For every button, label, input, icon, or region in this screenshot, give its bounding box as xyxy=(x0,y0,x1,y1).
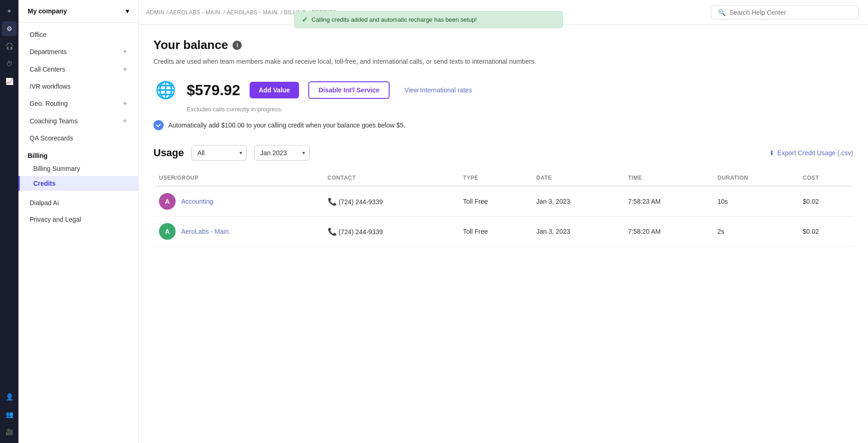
sidebar-item-label: QA Scorecards xyxy=(30,134,73,142)
home-icon[interactable]: ✦ xyxy=(2,4,17,18)
col-user-group: USER/GROUP xyxy=(153,170,322,186)
auto-recharge-text: Automatically add $100.00 to your callin… xyxy=(168,121,405,129)
call-icon: 📞 xyxy=(328,198,337,206)
plus-icon: + xyxy=(123,117,127,125)
sidebar-item-call-centers[interactable]: Call Centers + xyxy=(20,61,136,78)
sidebar-item-label: IVR workflows xyxy=(30,83,71,90)
user-link[interactable]: AeroLabs - Main. xyxy=(181,228,231,235)
check-icon: ✔ xyxy=(302,15,308,24)
month-select-wrapper: Jan 2023 Feb 2023 Dec 2022 Nov 2022 xyxy=(254,145,310,161)
analytics-icon[interactable]: 📈 xyxy=(2,74,17,89)
sidebar-item-label: Dialpad Ai xyxy=(30,199,59,206)
user-avatar: A xyxy=(159,223,176,240)
plus-icon: + xyxy=(123,48,127,56)
col-contact: CONTACT xyxy=(322,170,458,186)
col-cost: COST xyxy=(797,170,853,186)
cell-time: 7:58:20 AM xyxy=(623,217,712,247)
col-date: DATE xyxy=(531,170,622,186)
search-icon: 🔍 xyxy=(718,9,726,16)
plus-icon: + xyxy=(123,65,127,73)
description: Credits are used when team members make … xyxy=(153,58,853,65)
chevron-down-icon: ▾ xyxy=(126,7,129,15)
usage-title: Usage xyxy=(153,147,184,159)
cell-user: A AeroLabs - Main. xyxy=(153,217,322,247)
auto-recharge-check-icon xyxy=(153,120,164,130)
cell-cost: $0.02 xyxy=(797,217,853,247)
usage-title-row: Usage All Outbound Inbound Jan 2023 Feb … xyxy=(153,145,310,161)
notification-text: Calling credits added and automatic rech… xyxy=(312,16,477,23)
sidebar-item-label: Call Centers xyxy=(30,66,65,73)
plus-icon: + xyxy=(123,99,127,108)
usage-header: Usage All Outbound Inbound Jan 2023 Feb … xyxy=(153,145,853,161)
balance-row: 🌐 $579.92 Add Value Disable Int'l Servic… xyxy=(153,78,853,102)
page-title: Your balance xyxy=(153,38,228,52)
table-body: A Accounting 📞 (724) 244-9339 Toll Free … xyxy=(153,186,853,247)
sidebar-item-geo-routing[interactable]: Geo. Routing + xyxy=(20,95,136,112)
info-icon[interactable]: i xyxy=(232,41,242,50)
company-selector[interactable]: My company ▾ xyxy=(24,5,133,18)
add-value-button[interactable]: Add Value xyxy=(250,82,300,98)
cell-contact: 📞 (724) 244-9339 xyxy=(322,217,458,247)
main-area: ADMIN / AEROLABS - MAIN. / AEROLABS - MA… xyxy=(139,0,868,443)
sidebar-item-label: Coaching Teams xyxy=(30,117,78,125)
search-bar[interactable]: 🔍 xyxy=(711,6,859,19)
sidebar-item-dialpad-ai[interactable]: Dialpad Ai xyxy=(20,194,136,211)
cell-duration: 10s xyxy=(712,186,797,217)
sidebar-item-departments[interactable]: Departments + xyxy=(20,43,136,61)
sidebar-item-privacy-legal[interactable]: Privacy and Legal xyxy=(20,211,136,228)
sidebar-item-coaching-teams[interactable]: Coaching Teams + xyxy=(20,112,136,130)
user-icon[interactable]: 👤 xyxy=(2,389,17,404)
search-input[interactable] xyxy=(729,9,852,16)
sidebar: My company ▾ Office Departments + Call C… xyxy=(18,0,139,443)
call-icon: 📞 xyxy=(328,228,337,236)
table-row: A AeroLabs - Main. 📞 (724) 244-9339 Toll… xyxy=(153,217,853,247)
user-link[interactable]: Accounting xyxy=(181,198,213,205)
sidebar-item-credits[interactable]: Credits xyxy=(18,176,138,191)
export-link-label: Export Credit Usage (.csv) xyxy=(777,149,853,157)
sidebar-nav: Office Departments + Call Centers + IVR … xyxy=(18,23,138,443)
video-icon[interactable]: 🎥 xyxy=(2,425,17,439)
settings-icon[interactable]: ⚙ xyxy=(2,21,17,36)
sidebar-header: My company ▾ xyxy=(18,0,138,23)
sidebar-item-label: Credits xyxy=(33,180,55,187)
content-area: Your balance i Credits are used when tea… xyxy=(139,25,868,443)
clock-icon[interactable]: ⏱ xyxy=(2,56,17,71)
notification-banner: ✔ Calling credits added and automatic re… xyxy=(294,11,563,28)
download-icon: ⬇ xyxy=(769,149,775,157)
auto-recharge-row: Automatically add $100.00 to your callin… xyxy=(153,120,853,130)
icon-rail: ✦ ⚙ 🎧 ⏱ 📈 👤 👥 🎥 xyxy=(0,0,18,443)
cell-cost: $0.02 xyxy=(797,186,853,217)
cell-duration: 2s xyxy=(712,217,797,247)
view-international-rates-link[interactable]: View International rates xyxy=(404,86,472,94)
filter-select-wrapper: All Outbound Inbound xyxy=(191,145,247,161)
page-title-row: Your balance i xyxy=(153,38,853,52)
sidebar-item-label: Billing Summary xyxy=(33,165,80,172)
user-avatar: A xyxy=(159,193,176,210)
sidebar-item-ivr-workflows[interactable]: IVR workflows xyxy=(20,78,136,95)
excludes-text: Excludes calls currently in progress. xyxy=(187,106,853,113)
sidebar-item-billing-summary[interactable]: Billing Summary xyxy=(18,161,138,176)
col-duration: DURATION xyxy=(712,170,797,186)
team-icon[interactable]: 👥 xyxy=(2,407,17,422)
disable-intl-service-button[interactable]: Disable Int'l Service xyxy=(308,81,390,99)
usage-month-select[interactable]: Jan 2023 Feb 2023 Dec 2022 Nov 2022 xyxy=(254,145,310,161)
cell-user: A Accounting xyxy=(153,186,322,217)
cell-type: Toll Free xyxy=(458,217,531,247)
cell-contact: 📞 (724) 244-9339 xyxy=(322,186,458,217)
sidebar-item-label: Geo. Routing xyxy=(30,100,68,107)
cell-date: Jan 3, 2023 xyxy=(531,217,622,247)
sidebar-item-label: Departments xyxy=(30,48,67,55)
usage-filter-select[interactable]: All Outbound Inbound xyxy=(191,145,247,161)
export-credit-usage-link[interactable]: ⬇ Export Credit Usage (.csv) xyxy=(769,149,853,157)
billing-section-label: Billing xyxy=(18,146,138,161)
headset-icon[interactable]: 🎧 xyxy=(2,39,17,54)
sidebar-item-office[interactable]: Office xyxy=(20,26,136,43)
sidebar-item-label: Privacy and Legal xyxy=(30,216,81,223)
topbar: ADMIN / AEROLABS - MAIN. / AEROLABS - MA… xyxy=(139,0,868,25)
sidebar-item-qa-scorecards[interactable]: QA Scorecards xyxy=(20,130,136,146)
table-header: USER/GROUP CONTACT TYPE DATE TIME DURATI… xyxy=(153,170,853,186)
cell-time: 7:58:23 AM xyxy=(623,186,712,217)
globe-icon: 🌐 xyxy=(153,78,177,102)
col-type: TYPE xyxy=(458,170,531,186)
sidebar-item-label: Office xyxy=(30,31,46,38)
